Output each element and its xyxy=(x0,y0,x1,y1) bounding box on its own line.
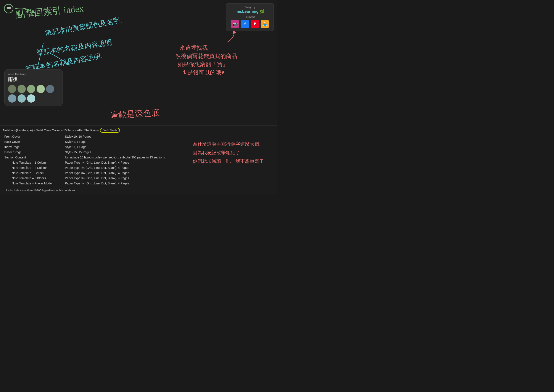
palette-name-zh: 雨後 xyxy=(8,76,59,83)
color-swatch xyxy=(18,85,26,93)
color-swatch xyxy=(18,94,26,103)
table-row: Note Template – 1 ColumnPaper Type ×4 (G… xyxy=(3,160,274,165)
color-swatch xyxy=(8,85,16,93)
dark-mode-badge: Dark Mode xyxy=(100,128,120,133)
table-row: Note Template – 2 ColumnPaper Type ×4 (G… xyxy=(3,165,274,170)
color-swatch xyxy=(46,85,54,93)
table-row: Index PageStyle×1, 1 Page xyxy=(3,144,274,150)
table-cell-value: Paper Type ×4 (Grid, Line, Dot, Blank), … xyxy=(64,175,274,181)
table-row: Note Template – 9 BlocksPaper Type ×4 (G… xyxy=(3,175,274,181)
color-swatch xyxy=(27,94,35,103)
table-row: Note Template – CornellPaper Type ×4 (Gr… xyxy=(3,170,274,175)
table-row: Back CoverStyle×1, 1 Page xyxy=(3,139,274,144)
color-swatch xyxy=(8,94,16,103)
top-area: 點擊回索引 index 筆記本的頁籤配色及名字. 筆記本的名稱及內容說明. 筆記… xyxy=(0,0,277,126)
color-swatch xyxy=(37,85,45,93)
palette-name-en: After The Rain xyxy=(8,72,59,76)
table-cell-label: Front Cover xyxy=(3,134,64,139)
table-cell-value: Style×15, 15 Pages xyxy=(64,150,274,155)
bottom-area: Notebook(Landscape) – Solid Color Cover … xyxy=(0,126,277,194)
table-cell-label: Section Content xyxy=(3,155,64,160)
table-cell-value: Style×1, 1 Page xyxy=(64,139,274,144)
svg-text:如果你想窮窮「買」: 如果你想窮窮「買」 xyxy=(177,61,228,68)
brand-name-me: me. xyxy=(235,9,242,14)
table-cell-label: Index Page xyxy=(3,144,64,150)
table-row: Front CoverStyle×10, 10 Pages xyxy=(3,134,274,139)
instagram-icon[interactable]: 📷 xyxy=(231,20,239,28)
svg-text:來這裡找我: 來這裡找我 xyxy=(180,45,208,51)
table-cell-label: Note Template – 9 Blocks xyxy=(3,175,64,181)
palette-card: After The Rain 雨後 xyxy=(4,69,63,106)
table-row: Note Template – Frayer ModelPaper Type ×… xyxy=(3,181,274,186)
table-cell-value: Paper Type ×4 (Grid, Line, Dot, Blank), … xyxy=(64,181,274,186)
svg-text:這款是深色底: 這款是深色底 xyxy=(110,108,160,120)
facebook-icon[interactable]: f xyxy=(241,20,249,28)
menu-button[interactable] xyxy=(4,4,14,14)
table-cell-label: Note Template – 2 Column xyxy=(3,165,64,170)
svg-text:也是很可以的哦♥: 也是很可以的哦♥ xyxy=(182,70,224,76)
table-cell-value: Paper Type ×4 (Grid, Line, Dot, Blank), … xyxy=(64,170,274,175)
brand-name-learning: Learning 🌿 xyxy=(242,9,264,14)
table-cell-value: Style×10, 10 Pages xyxy=(64,134,274,139)
color-swatches xyxy=(8,85,59,103)
table-row: Section ContentIt's include 20 layouts b… xyxy=(3,155,274,160)
table-cell-label: Note Template – Frayer Model xyxy=(3,181,64,186)
table-cell-label: Divider Page xyxy=(3,150,64,155)
brand-label: Design by xyxy=(230,6,270,9)
color-swatch xyxy=(27,85,35,93)
svg-text:筆記本的名稱及內容說明.: 筆記本的名稱及內容說明. xyxy=(36,38,114,57)
svg-text:然後偶爾花錢買我的商品.: 然後偶爾花錢買我的商品. xyxy=(175,53,239,59)
table-cell-label: Note Template – 1 Column xyxy=(3,160,64,165)
table-cell-label: Back Cover xyxy=(3,139,64,144)
footer-bar: It's include more than 10800 hyperlinks … xyxy=(3,187,274,194)
table-row: Divider PageStyle×15, 15 Pages xyxy=(3,150,274,155)
notebook-title-bar: Notebook(Landscape) – Solid Color Cover … xyxy=(3,126,274,134)
table-cell-value: Style×1, 1 Page xyxy=(64,144,274,150)
table-cell-value: Paper Type ×4 (Grid, Line, Dot, Blank), … xyxy=(64,165,274,170)
table-cell-label: Note Template – Cornell xyxy=(3,170,64,175)
notebook-title-prefix: Notebook(Landscape) – Solid Color Cover … xyxy=(3,129,99,132)
design-credit-card: Design by me.Learning 🌿 Follow Us 📷 f P … xyxy=(226,3,274,31)
table-cell-value: Paper Type ×4 (Grid, Line, Dot, Blank), … xyxy=(64,160,274,165)
svg-text:筆記本的頁籤配色及名字.: 筆記本的頁籤配色及名字. xyxy=(44,16,123,37)
pinterest-icon[interactable]: P xyxy=(251,20,259,28)
svg-text:點擊回索引 index: 點擊回索引 index xyxy=(15,3,84,19)
content-table: Front CoverStyle×10, 10 PagesBack CoverS… xyxy=(3,134,274,186)
social-icons-group: 📷 f P 🏪 xyxy=(230,20,270,28)
store-icon[interactable]: 🏪 xyxy=(261,20,269,28)
table-cell-value: It's include 20 layouts bolew per sectio… xyxy=(64,155,274,160)
brand-name: me.Learning 🌿 xyxy=(230,9,270,14)
menu-icon xyxy=(7,7,11,10)
follow-label: Follow Us xyxy=(230,16,270,18)
